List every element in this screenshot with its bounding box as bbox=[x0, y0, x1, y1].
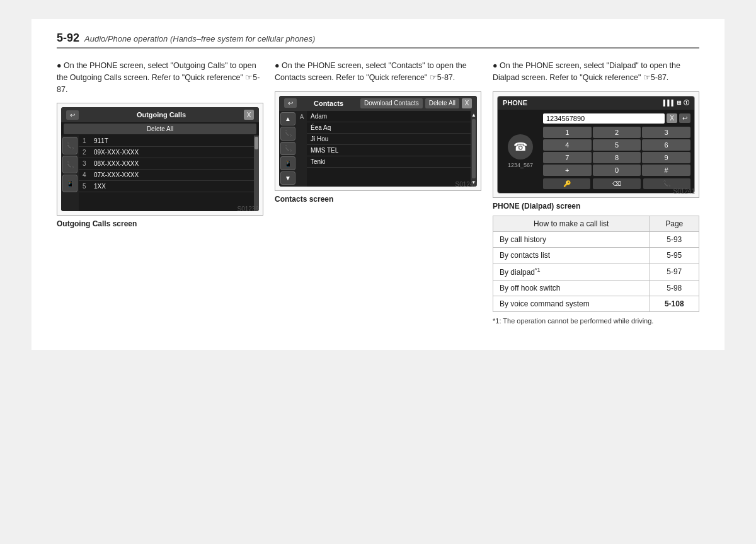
oc-list-item[interactable]: 1911T bbox=[79, 136, 254, 147]
ct-delete-all-button[interactable]: Delete All bbox=[425, 98, 459, 108]
table-cell-method: By voice command system bbox=[493, 296, 650, 311]
col-dialpad: ● On the PHONE screen, select "Dialpad" … bbox=[493, 60, 699, 325]
ct-caption: Contacts screen bbox=[275, 195, 481, 204]
oc-icon-phone2[interactable]: 📞 bbox=[62, 156, 77, 173]
ph-key-9[interactable]: 9 bbox=[642, 152, 690, 163]
ph-key-1[interactable]: 1 bbox=[543, 127, 592, 138]
ph-clear-button[interactable]: X bbox=[667, 113, 677, 123]
ct-list-item[interactable]: Éea Aq bbox=[307, 122, 471, 134]
ph-key-3[interactable]: 3 bbox=[642, 127, 690, 138]
ph-key-5[interactable]: 5 bbox=[593, 139, 641, 151]
header-bar: 5-92 Audio/Phone operation (Hands–free s… bbox=[57, 32, 699, 49]
ct-title: Contacts bbox=[314, 100, 343, 107]
ct-download-button[interactable]: Download Contacts bbox=[360, 98, 423, 108]
table-cell-page: 5-93 bbox=[650, 231, 699, 247]
ph-key-6[interactable]: 6 bbox=[642, 139, 690, 151]
oc-icon-phone1[interactable]: 📞 bbox=[62, 137, 77, 154]
oc-list-item[interactable]: 51XX bbox=[79, 181, 254, 192]
ph-left-panel: ☎ 1234_567 bbox=[501, 113, 539, 189]
oc-scroll-thumb bbox=[255, 137, 258, 149]
ct-icon-column: ▲ 📞 📞 📱 ▼ bbox=[279, 111, 297, 187]
ct-list-item[interactable]: Adam bbox=[307, 111, 471, 122]
oc-list-item[interactable]: 209X-XXX-XXXX bbox=[79, 147, 254, 158]
ct-scrollbar: ▲ ▼ bbox=[471, 111, 477, 187]
table-row: By contacts list 5-95 bbox=[493, 247, 699, 263]
dialpad-screen: PHONE ▌▌▌ ⊞ ⓣ ☎ 1234_567 1234567890 X bbox=[497, 96, 695, 194]
table-header-page: Page bbox=[650, 216, 699, 231]
oc-titlebar: ↩ Outgoing Calls X bbox=[61, 107, 259, 122]
ct-alpha-indicator: A bbox=[297, 111, 307, 187]
oc-list-item[interactable]: 407X-XXX-XXXX bbox=[79, 170, 254, 181]
table-cell-page: 5-108 bbox=[650, 296, 699, 311]
contacts-screen: ↩ Contacts Download Contacts Delete All … bbox=[279, 96, 477, 187]
oc-title: Outgoing Calls bbox=[137, 111, 186, 119]
page-wrapper: 5-92 Audio/Phone operation (Hands–free s… bbox=[32, 19, 724, 350]
ct-list-item[interactable]: Tenki bbox=[307, 156, 471, 168]
dialpad-screen-box: PHONE ▌▌▌ ⊞ ⓣ ☎ 1234_567 1234567890 X bbox=[493, 91, 699, 198]
oc-screen-id: S01239 bbox=[238, 205, 259, 212]
ph-backspace-button[interactable]: ⌫ bbox=[593, 178, 640, 189]
ph-dial-button[interactable]: ↩ bbox=[679, 113, 690, 123]
ph-screen-id: S01241 bbox=[673, 188, 695, 195]
oc-icon-column: 📞 📞 📱 bbox=[61, 136, 79, 211]
outgoing-calls-screen-box: ↩ Outgoing Calls X Delete All 📞 📞 📱 1911… bbox=[57, 103, 263, 216]
oc-back-button[interactable]: ↩ bbox=[66, 110, 79, 120]
ct-list: Adam Éea Aq Ji Hou MMS TEL Tenki bbox=[307, 111, 471, 187]
oc-scrollbar bbox=[254, 136, 259, 211]
ct-scroll-up-btn[interactable]: ▲ bbox=[280, 112, 295, 126]
ph-key-7[interactable]: 7 bbox=[543, 152, 592, 163]
columns-container: ● On the PHONE screen, select "Outgoing … bbox=[57, 60, 699, 325]
ct-scroll-track bbox=[472, 119, 476, 178]
col3-intro: ● On the PHONE screen, select "Dialpad" … bbox=[493, 60, 699, 84]
ct-close-button[interactable]: X bbox=[462, 98, 472, 108]
table-cell-page: 5-98 bbox=[650, 280, 699, 296]
ct-titlebar: ↩ Contacts Download Contacts Delete All … bbox=[279, 96, 477, 111]
oc-body: 📞 📞 📱 1911T 209X-XXX-XXXX 308X-XXX-XXXX … bbox=[61, 136, 259, 211]
table-footnote: *1: The operation cannot be performed wh… bbox=[493, 317, 699, 325]
oc-close-button[interactable]: X bbox=[244, 110, 254, 120]
ph-contacts-button[interactable]: 🔑 bbox=[543, 178, 590, 189]
ph-key-plus[interactable]: + bbox=[543, 165, 592, 176]
col-contacts: ● On the PHONE screen, select "Contacts"… bbox=[275, 60, 481, 204]
ph-right-panel: 1234567890 X ↩ 1 2 3 4 5 6 bbox=[543, 113, 690, 189]
ct-phone-icon1[interactable]: 📞 bbox=[280, 127, 295, 141]
ph-key-2[interactable]: 2 bbox=[593, 127, 641, 138]
page-number: 5-92 bbox=[57, 32, 79, 45]
ph-signal: ▌▌▌ ⊞ ⓣ bbox=[663, 99, 689, 107]
oc-list: 1911T 209X-XXX-XXXX 308X-XXX-XXXX 407X-X… bbox=[79, 136, 254, 211]
table-row: By off hook switch 5-98 bbox=[493, 280, 699, 296]
ct-tablet-icon[interactable]: 📱 bbox=[280, 156, 295, 170]
ct-scroll-up-arrow[interactable]: ▲ bbox=[471, 112, 476, 118]
col1-intro: ● On the PHONE screen, select "Outgoing … bbox=[57, 60, 263, 95]
ph-key-4[interactable]: 4 bbox=[543, 139, 592, 151]
ct-list-item[interactable]: Ji Hou bbox=[307, 134, 471, 145]
ph-caption: PHONE (Dialpad) screen bbox=[493, 202, 699, 211]
ct-screen-id: S01240 bbox=[455, 181, 477, 188]
oc-caption: Outgoing Calls screen bbox=[57, 219, 263, 228]
ph-key-8[interactable]: 8 bbox=[593, 152, 641, 163]
ct-body: ▲ 📞 📞 📱 ▼ A Adam Éea Aq Ji Hou MMS TEL bbox=[279, 111, 477, 187]
ph-input-row: 1234567890 X ↩ bbox=[543, 113, 690, 124]
oc-list-item[interactable]: 308X-XXX-XXXX bbox=[79, 158, 254, 170]
table-cell-page: 5-95 bbox=[650, 247, 699, 263]
ct-back-button[interactable]: ↩ bbox=[284, 98, 297, 108]
table-cell-method: By contacts list bbox=[493, 247, 650, 263]
oc-icon-tablet[interactable]: 📱 bbox=[62, 175, 77, 192]
header-subtitle: Audio/Phone operation (Hands–free system… bbox=[84, 34, 315, 43]
ph-number-display[interactable]: 1234567890 bbox=[543, 113, 665, 124]
outgoing-calls-screen: ↩ Outgoing Calls X Delete All 📞 📞 📱 1911… bbox=[61, 107, 259, 211]
ph-phone-icon: ☎ bbox=[508, 134, 533, 159]
ct-btn-group: Download Contacts Delete All X bbox=[360, 98, 472, 108]
table-cell-page: 5-97 bbox=[650, 263, 699, 280]
ct-scroll-down-btn[interactable]: ▼ bbox=[280, 171, 295, 185]
ct-phone-icon2[interactable]: 📞 bbox=[280, 142, 295, 156]
ph-key-hash[interactable]: # bbox=[642, 165, 690, 176]
contacts-screen-box: ↩ Contacts Download Contacts Delete All … bbox=[275, 91, 481, 191]
table-row: By call history 5-93 bbox=[493, 231, 699, 247]
col2-intro: ● On the PHONE screen, select "Contacts"… bbox=[275, 60, 481, 84]
col-outgoing-calls: ● On the PHONE screen, select "Outgoing … bbox=[57, 60, 263, 228]
ph-key-0[interactable]: 0 bbox=[593, 165, 641, 176]
reference-table: How to make a call list Page By call his… bbox=[493, 216, 699, 312]
ph-keypad: 1 2 3 4 5 6 7 8 9 + 0 # bbox=[543, 127, 690, 176]
ct-list-item[interactable]: MMS TEL bbox=[307, 145, 471, 156]
